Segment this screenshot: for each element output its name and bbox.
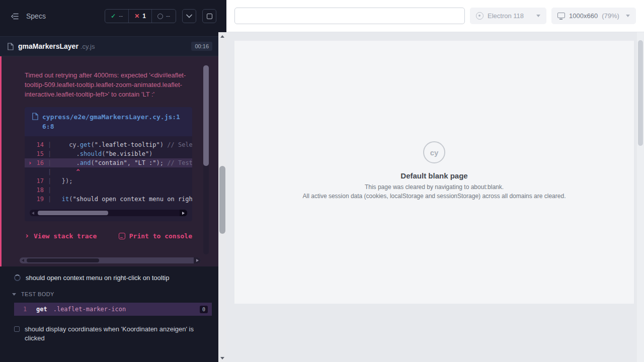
code-text: it("should open context menu on righ <box>54 195 192 204</box>
browser-selector[interactable]: Electron 118 <box>470 8 546 24</box>
test-title: should display coordinates when 'Koordin… <box>25 325 198 343</box>
specs-menu-icon[interactable] <box>8 10 21 23</box>
error-file-link[interactable]: cypress/e2e/gmaMarkersLayer.cy.js:16:8 <box>42 112 185 131</box>
cross-icon: ✕ <box>134 13 139 20</box>
gutter-divider: | <box>44 140 54 149</box>
stat-passed-count: -- <box>119 13 123 20</box>
line-number: 15 <box>29 149 44 158</box>
code-frame: cypress/e2e/gmaMarkersLayer.cy.js:16:8 1… <box>25 107 192 221</box>
spec-duration-badge: 00:16 <box>191 42 212 51</box>
gutter-divider: | <box>44 176 54 186</box>
error-vertical-scrollbar[interactable] <box>203 65 209 254</box>
error-actions: › View stack trace Print to console <box>25 232 192 240</box>
stop-tests-button[interactable] <box>202 9 216 23</box>
code-lines: 14| cy.get(".leaflet-tooltip") // Sele15… <box>25 136 192 206</box>
code-text: }); <box>54 176 72 186</box>
error-horizontal-scrollbar[interactable] <box>20 257 201 263</box>
command-number: 1 <box>23 306 36 313</box>
code-horizontal-scrollbar[interactable] <box>30 210 187 216</box>
code-frame-header[interactable]: cypress/e2e/gmaMarkersLayer.cy.js:16:8 <box>25 107 192 136</box>
scroll-left-arrow-icon[interactable] <box>32 212 34 215</box>
command-message: .leaflet-marker-icon <box>53 306 126 313</box>
spec-file-icon <box>7 43 14 50</box>
gutter-divider: | <box>44 186 54 195</box>
stat-passed: ✓ -- <box>105 10 128 23</box>
cypress-app: Specs ✓ -- ✕ 1 -- <box>0 0 644 362</box>
reporter-scrollbar[interactable] <box>218 32 226 362</box>
collapse-all-button[interactable] <box>182 9 196 23</box>
gutter-divider: | <box>44 158 54 167</box>
aut-panel: Electron 118 1000x660 (79%) cy Default b… <box>226 0 644 362</box>
chevron-down-icon <box>536 15 540 17</box>
url-input[interactable] <box>234 8 465 24</box>
browser-label: Electron 118 <box>488 12 524 20</box>
code-text: ^ <box>54 167 80 176</box>
code-line: | ^ <box>25 167 192 176</box>
arrow-down-icon <box>220 357 224 359</box>
test-item-queued[interactable]: should display coordinates when 'Koordin… <box>0 316 218 345</box>
blank-page-line2: All active session data (cookies, localS… <box>303 193 566 200</box>
aut-iframe: cy Default blank page This page was clea… <box>234 41 634 304</box>
command-method: get <box>36 306 47 313</box>
scroll-right-button[interactable] <box>194 257 201 263</box>
line-number <box>29 167 44 176</box>
view-stack-trace-label: View stack trace <box>34 232 97 240</box>
test-item-running[interactable]: should open context menu on right-click … <box>0 266 218 285</box>
code-line: 18| <box>25 186 192 195</box>
reporter-content: gmaMarkersLayer .cy.js 00:16 Timed out r… <box>0 32 218 362</box>
spinner-icon <box>14 275 21 281</box>
blank-page-line1: This page was cleared by navigating to a… <box>365 184 504 191</box>
scroll-left-arrow-icon[interactable] <box>22 259 24 262</box>
file-icon <box>32 113 38 120</box>
code-line: 14| cy.get(".leaflet-tooltip") // Sele <box>25 140 192 149</box>
spec-header-row[interactable]: gmaMarkersLayer .cy.js 00:16 <box>0 36 218 56</box>
check-icon: ✓ <box>111 13 116 20</box>
command-log-row[interactable]: 1 get .leaflet-marker-icon 0 <box>14 303 212 316</box>
stat-pending-count: -- <box>166 13 170 20</box>
print-to-console-label: Print to console <box>129 232 192 240</box>
console-icon <box>119 233 125 239</box>
scroll-right-arrow-icon <box>196 259 199 262</box>
code-text: .and("contain", "LT :"); // Test <box>54 158 192 167</box>
aut-scrollbar[interactable] <box>637 32 644 362</box>
reporter-scrollbar-thumb[interactable] <box>219 166 225 234</box>
viewport-size: 1000x660 <box>569 12 598 20</box>
gutter-divider: | <box>44 149 54 158</box>
aut-scrollbar-thumb[interactable] <box>638 40 643 146</box>
blank-page-title: Default blank page <box>400 171 467 180</box>
line-number: 19 <box>29 195 44 204</box>
stat-failed: ✕ 1 <box>128 10 151 23</box>
pending-circle-icon <box>157 14 163 19</box>
code-scrollbar-thumb[interactable] <box>38 211 108 215</box>
scroll-down-button[interactable] <box>218 354 226 362</box>
error-scrollbar-thumb[interactable] <box>27 258 99 262</box>
test-stats: ✓ -- ✕ 1 -- <box>105 9 176 23</box>
spec-name: gmaMarkersLayer <box>18 42 78 50</box>
error-vscrollbar-thumb[interactable] <box>203 65 209 166</box>
test-title: should open context menu on right-click … <box>26 274 169 283</box>
current-line-arrow-icon: › <box>28 158 32 167</box>
scroll-up-button[interactable] <box>218 32 226 40</box>
stop-icon <box>207 14 212 19</box>
chevron-down-icon <box>186 14 192 18</box>
print-to-console-link[interactable]: Print to console <box>119 232 192 240</box>
view-stack-trace-link[interactable]: › View stack trace <box>25 232 97 240</box>
gutter-divider: | <box>44 167 54 176</box>
code-text: .should("be.visible") <box>54 149 152 158</box>
line-number: 17 <box>29 176 44 186</box>
stat-pending: -- <box>151 10 176 23</box>
aut-viewport: cy Default blank page This page was clea… <box>226 32 644 362</box>
line-number: 18 <box>29 186 44 195</box>
test-body-header[interactable]: TEST BODY <box>0 285 218 300</box>
code-line: 19| it("should open context menu on righ <box>25 195 192 204</box>
failed-attempt-block: Timed out retrying after 4000ms: expecte… <box>0 56 218 266</box>
reporter-body: gmaMarkersLayer .cy.js 00:16 Timed out r… <box>0 32 226 362</box>
scroll-right-button[interactable] <box>180 210 187 216</box>
arrow-up-icon <box>220 35 224 38</box>
stat-failed-count: 1 <box>142 13 146 20</box>
viewport-selector[interactable]: 1000x660 (79%) <box>551 8 636 24</box>
spec-extension: .cy.js <box>80 43 95 50</box>
chevron-down-icon <box>12 293 16 296</box>
reporter-header: Specs ✓ -- ✕ 1 -- <box>0 0 226 32</box>
cypress-logo: cy <box>423 141 445 163</box>
